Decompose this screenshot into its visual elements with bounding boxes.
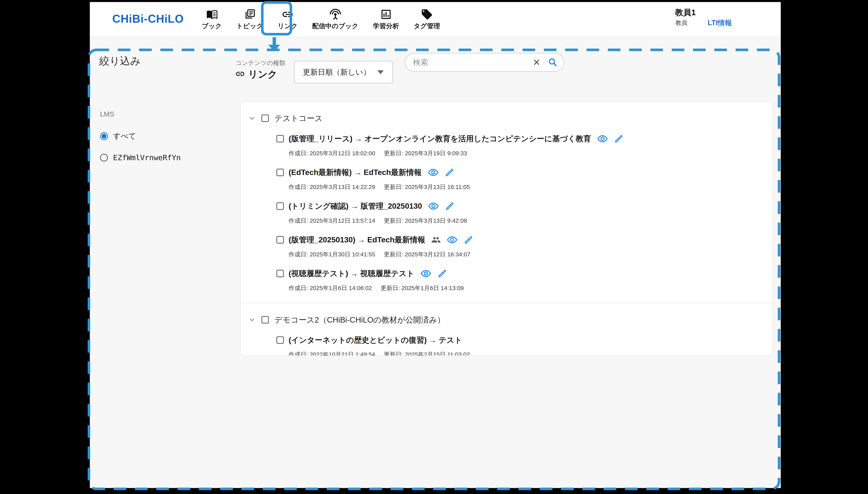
app-header: CHiBi-CHiLO ブック トピック リンク 配信中のブック 学習分析 タグ… [90, 2, 780, 37]
lti-info-link[interactable]: LTI情報 [708, 18, 732, 28]
user-name: 教員1 [675, 7, 696, 18]
eye-icon [428, 167, 439, 178]
link-item-title: (インターネットの歴史とビットの復習) → テスト [289, 335, 462, 345]
edit-button[interactable] [464, 235, 473, 245]
nav-item-label: トピック [236, 22, 263, 31]
item-dates: 作成日: 2022年10月21日 1:49:54 更新日: 2025年2月15日… [289, 350, 773, 356]
course-items: (版管理_リリース) → オープンオンライン教育を活用したコンピテンシーに基づく… [240, 133, 773, 292]
course-checkbox[interactable] [261, 316, 269, 324]
edit-button[interactable] [445, 168, 454, 177]
radio-option[interactable]: EZfWmlVrnweRfYn [100, 153, 181, 162]
radio-button[interactable] [100, 132, 108, 140]
updated-date: 更新日: 2025年1月6日 14:13:09 [381, 284, 464, 292]
course-title: デモコース2（CHiBi-CHiLOの教材が公開済み） [274, 315, 445, 325]
topic-icon [243, 8, 256, 20]
search-icon [548, 57, 558, 67]
radio-button[interactable] [100, 154, 108, 162]
course-header: デモコース2（CHiBi-CHiLOの教材が公開済み） [247, 314, 773, 325]
link-item-title: (EdTech最新情報) → EdTech最新情報 [289, 167, 422, 178]
item-checkbox[interactable] [276, 202, 284, 210]
item-dates: 作成日: 2025年3月12日 18:02:00 更新日: 2025年3月19日… [289, 149, 773, 157]
content-type-label: コンテンツの種類 [236, 59, 285, 67]
link-icon [235, 69, 245, 80]
pencil-icon [464, 235, 473, 245]
updated-date: 更新日: 2025年2月15日 11:03:02 [384, 350, 470, 356]
annotation-arrow [273, 36, 276, 45]
link-item-title: (版管理_リリース) → オープンオンライン教育を活用したコンピテンシーに基づく… [289, 133, 591, 144]
sort-order-select[interactable]: 更新日順（新しい） [294, 61, 393, 83]
close-icon [532, 58, 541, 66]
created-date: 作成日: 2025年1月30日 10:41:55 [289, 250, 375, 259]
edit-button[interactable] [445, 201, 455, 211]
app-logo: CHiBi-CHiLO [112, 12, 184, 25]
updated-date: 更新日: 2025年3月13日 9:42:08 [384, 217, 467, 225]
sort-order-value: 更新日順（新しい） [303, 67, 371, 77]
item-checkbox[interactable] [276, 336, 284, 344]
link-item: (視聴履歴テスト) → 視聴履歴テスト 作成日: 2025年1月6日 14:06… [276, 268, 773, 292]
main-nav: ブック トピック リンク 配信中のブック 学習分析 タグ管理 [200, 2, 441, 36]
tag-icon [421, 8, 433, 20]
annotation-callout-box [261, 1, 292, 36]
nav-item-analytics[interactable]: 学習分析 [372, 8, 401, 31]
edit-button[interactable] [437, 269, 447, 279]
preview-button[interactable] [428, 167, 439, 178]
nav-item-topic[interactable]: トピック [235, 8, 265, 31]
link-item-title: (版管理_20250130) → EdTech最新情報 [289, 234, 425, 245]
clear-search-button[interactable] [531, 58, 542, 66]
item-checkbox[interactable] [276, 169, 284, 176]
pencil-icon [445, 201, 455, 211]
preview-button[interactable] [428, 201, 439, 212]
nav-item-book[interactable]: ブック [200, 8, 223, 31]
item-checkbox[interactable] [276, 270, 284, 277]
link-item-title: (視聴履歴テスト) → 視聴履歴テスト [289, 268, 414, 279]
preview-button[interactable] [597, 133, 608, 144]
link-item-row: (版管理_20250130) → EdTech最新情報 [276, 234, 773, 245]
course-title: テストコース [274, 113, 323, 124]
pencil-icon [437, 269, 447, 279]
link-item-row: (インターネットの歴史とビットの復習) → テスト [276, 335, 773, 345]
preview-button[interactable] [447, 234, 458, 245]
link-item: (インターネットの歴史とビットの復習) → テスト 作成日: 2022年10月2… [276, 335, 773, 356]
link-item: (EdTech最新情報) → EdTech最新情報 作成日: 2025年3月13… [276, 167, 773, 191]
broadcast-icon [329, 8, 342, 20]
item-dates: 作成日: 2025年1月6日 14:06:02 更新日: 2025年1月6日 1… [289, 284, 773, 292]
link-item-row: (トリミング確認) → 版管理_20250130 [276, 201, 773, 212]
user-role: 教員 [675, 19, 687, 27]
link-item-title: (トリミング確認) → 版管理_20250130 [289, 201, 422, 211]
annotation-arrow-head [268, 45, 280, 52]
eye-icon [597, 133, 608, 144]
chevron-down-icon[interactable] [247, 315, 257, 325]
link-item-row: (版管理_リリース) → オープンオンライン教育を活用したコンピテンシーに基づく… [276, 133, 773, 144]
preview-button[interactable] [420, 268, 431, 279]
chevron-down-icon[interactable] [247, 114, 257, 123]
created-date: 作成日: 2025年3月13日 14:22:29 [289, 183, 375, 191]
course-group: テストコース (版管理_リリース) → オープンオンライン教育を活用したコンピテ… [240, 102, 773, 292]
pencil-icon [614, 134, 624, 144]
lms-filter-label: LMS [100, 110, 114, 118]
search-input[interactable] [413, 58, 531, 67]
item-dates: 作成日: 2025年1月30日 10:41:55 更新日: 2025年3月12日… [289, 250, 773, 259]
search-button[interactable] [547, 57, 559, 67]
lms-filter-options: すべて EZfWmlVrnweRfYn [100, 131, 181, 162]
nav-item-tag[interactable]: タグ管理 [412, 8, 442, 31]
analytics-icon [380, 8, 392, 20]
item-dates: 作成日: 2025年3月12日 13:57:14 更新日: 2025年3月13日… [289, 217, 773, 225]
item-checkbox[interactable] [276, 135, 284, 142]
eye-icon [447, 234, 458, 245]
created-date: 作成日: 2025年3月12日 18:02:00 [289, 149, 375, 157]
radio-option[interactable]: すべて [100, 131, 181, 141]
content-type-value: リンク [235, 68, 277, 81]
content-card: テストコース (版管理_リリース) → オープンオンライン教育を活用したコンピテ… [240, 101, 773, 356]
link-item: (トリミング確認) → 版管理_20250130 作成日: 2025年3月12日… [276, 201, 773, 225]
item-checkbox[interactable] [276, 236, 284, 244]
course-list: テストコース (版管理_リリース) → オープンオンライン教育を活用したコンピテ… [240, 102, 773, 356]
edit-button[interactable] [614, 134, 624, 144]
pencil-icon [445, 168, 454, 177]
app-window: CHiBi-CHiLO ブック トピック リンク 配信中のブック 学習分析 タグ… [90, 2, 781, 488]
search-box [405, 53, 564, 72]
book-icon [206, 8, 218, 20]
nav-item-label: 配信中のブック [312, 22, 359, 31]
nav-item-broadcast[interactable]: 配信中のブック [311, 8, 360, 31]
course-checkbox[interactable] [261, 114, 269, 122]
link-item: (版管理_リリース) → オープンオンライン教育を活用したコンピテンシーに基づく… [276, 133, 773, 157]
